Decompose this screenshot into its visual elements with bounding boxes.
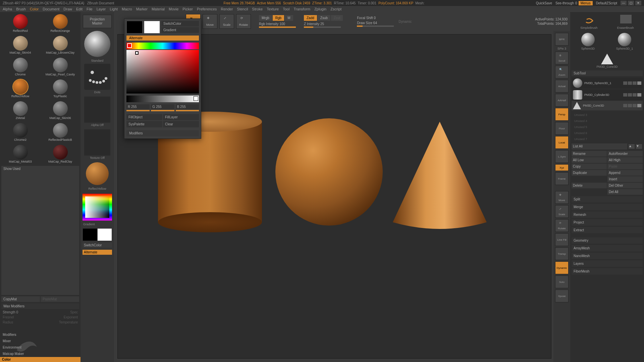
subtool-toggles[interactable] <box>623 104 641 107</box>
copymat-button[interactable]: CopyMat <box>1 296 40 302</box>
r-value[interactable]: R 255 <box>126 104 150 109</box>
fillobject-button[interactable]: FillObject <box>126 114 162 120</box>
lsym-button[interactable]: L.Sym <box>555 150 569 163</box>
bpr-button[interactable]: BPR <box>555 33 569 46</box>
secondary-color-swatch[interactable] <box>83 229 97 241</box>
menu-stencil[interactable]: Stencil <box>237 7 248 11</box>
popup-primary-swatch[interactable] <box>144 21 160 34</box>
arraymesh-section[interactable]: ArrayMesh <box>572 245 643 251</box>
xpose-button[interactable]: Xpose <box>555 290 569 302</box>
material-reflectedplasticb[interactable]: ReflectedPlasticB <box>41 122 80 143</box>
menu-draw[interactable]: Draw <box>63 7 72 11</box>
menu-tool[interactable]: Tool <box>283 7 289 11</box>
menu-movie[interactable]: Movie <box>169 7 178 11</box>
transp-button[interactable]: Transp <box>555 247 569 260</box>
material-preview[interactable] <box>86 162 109 185</box>
persp-button[interactable]: Persp <box>555 108 569 121</box>
copy-button[interactable]: Copy <box>572 164 607 169</box>
nanomesh-section[interactable]: NanoMesh <box>572 253 643 259</box>
alllow-button[interactable]: All Low <box>572 157 607 163</box>
material-reflectyellow[interactable]: ReflectYellow <box>1 78 40 99</box>
wax-modifiers-header[interactable]: Wax Modifiers <box>1 303 79 309</box>
project-section[interactable]: Project <box>572 219 643 226</box>
zadd-button[interactable]: Zadd <box>304 15 317 21</box>
linefill-button[interactable]: Line Fill <box>555 233 569 246</box>
menu-material[interactable]: Material <box>152 7 165 11</box>
gradient-label[interactable]: Gradient <box>80 223 95 226</box>
eye-icon[interactable] <box>637 93 641 97</box>
split-section[interactable]: Split <box>572 196 643 202</box>
scale-nav-button[interactable]: ⤢Scale <box>555 205 569 218</box>
material-zmetal[interactable]: ZMetal <box>1 100 40 121</box>
clear-button[interactable]: Clear <box>163 121 199 127</box>
insert-button[interactable]: Insert <box>607 176 643 182</box>
frame-button[interactable]: Frame <box>555 172 569 185</box>
fibermesh-section[interactable]: FiberMesh <box>572 268 643 275</box>
subtool-toggles[interactable] <box>623 93 641 97</box>
scale-mode-button[interactable]: ⤢Scale <box>219 14 234 29</box>
strength-label[interactable]: Strength 0 <box>3 310 18 314</box>
maximize-icon[interactable]: ▢ <box>628 1 634 5</box>
simplebrush-label[interactable]: SimpleBrush <box>580 26 597 29</box>
texture-preview[interactable] <box>84 129 110 156</box>
move-mode-button[interactable]: ✥Move <box>203 14 217 29</box>
menu-marker[interactable]: Marker <box>136 7 148 11</box>
menu-brush[interactable]: Brush <box>16 7 26 11</box>
duplicate-button[interactable]: Duplicate <box>572 170 607 176</box>
menu-stroke[interactable]: Stroke <box>252 7 263 11</box>
aahalf-button[interactable]: AAHalf <box>555 94 569 107</box>
syspalette-button[interactable]: SysPalette <box>126 121 162 127</box>
delother-button[interactable]: Del Other <box>607 183 643 188</box>
menu-document[interactable]: Document <box>43 7 59 11</box>
append-button[interactable]: Append <box>607 170 643 176</box>
sphere3d1-thumb[interactable] <box>618 33 631 46</box>
popup-modifiers[interactable]: Modifiers <box>126 130 199 136</box>
menu-alpha[interactable]: Alpha <box>3 7 12 11</box>
rgb-button[interactable]: Rgb <box>273 15 284 21</box>
color-picker-mini[interactable] <box>83 194 112 221</box>
menu-render[interactable]: Render <box>221 7 233 11</box>
menu-transform[interactable]: Transform <box>293 7 310 11</box>
hue-marker[interactable] <box>127 43 132 48</box>
stroke-preview[interactable] <box>84 64 110 90</box>
menu-picker[interactable]: Picker <box>182 7 193 11</box>
floor-button[interactable]: Floor <box>555 122 569 135</box>
merge-section[interactable]: Merge <box>572 204 643 210</box>
scroll-button[interactable]: ⊕Scroll <box>555 52 569 64</box>
matcap-maker-section[interactable]: Matcap Maker <box>0 351 80 357</box>
autoreorder-button[interactable]: AutoReorder <box>607 151 643 157</box>
z-intensity[interactable]: Z Intensity 25 <box>304 22 343 26</box>
rgb-intensity[interactable]: Rgb Intensity 100 <box>259 22 296 26</box>
extract-section[interactable]: Extract <box>572 227 643 233</box>
solo-button[interactable]: Solo <box>555 276 569 288</box>
filllayer-button[interactable]: FillLayer <box>163 114 199 120</box>
remesh-section[interactable]: Remesh <box>572 212 643 218</box>
primary-color-swatch[interactable] <box>98 229 112 241</box>
seethrough-value[interactable]: 0 <box>575 1 577 5</box>
material-matcap_skin06[interactable]: MatCap_Skin06 <box>41 100 80 121</box>
material-toyplastic[interactable]: ToyPlastic <box>41 78 80 99</box>
gray-strip[interactable] <box>126 96 199 102</box>
down-arrow-icon[interactable]: ▼ <box>636 144 642 149</box>
menu-macro[interactable]: Macro <box>122 7 132 11</box>
material-chrome2[interactable]: Chrome2 <box>1 122 40 143</box>
menu-texture[interactable]: Texture <box>267 7 279 11</box>
mixer-section[interactable]: Mixer <box>0 338 80 344</box>
focal-shift[interactable]: Focal Shift 0 <box>357 16 394 20</box>
subtool-item[interactable]: PM3D_Cone3D <box>572 101 643 111</box>
actual-button[interactable]: Actual <box>555 80 569 93</box>
minimize-icon[interactable]: — <box>621 1 627 5</box>
menu-light[interactable]: Light <box>110 7 118 11</box>
material-matcap_metal03[interactable]: MatCap_Metal03 <box>1 143 40 165</box>
eraserbrush-label[interactable]: EraserBrush <box>617 26 634 29</box>
alternate-button[interactable]: Alternate <box>83 250 112 255</box>
dynamic-label[interactable]: Dynamic <box>398 20 412 23</box>
switchcolor-button[interactable]: SwitchColor <box>83 243 112 248</box>
menu-edit[interactable]: Edit <box>76 7 83 11</box>
dynamic-button[interactable]: Dynamic <box>555 261 569 274</box>
geometry-section[interactable]: Geometry <box>572 237 643 244</box>
eye-icon[interactable] <box>637 104 641 107</box>
modifiers-section[interactable]: Modifiers <box>0 331 80 338</box>
delall-button[interactable]: Del All <box>607 189 643 195</box>
material-chrome[interactable]: Chrome <box>1 56 40 77</box>
